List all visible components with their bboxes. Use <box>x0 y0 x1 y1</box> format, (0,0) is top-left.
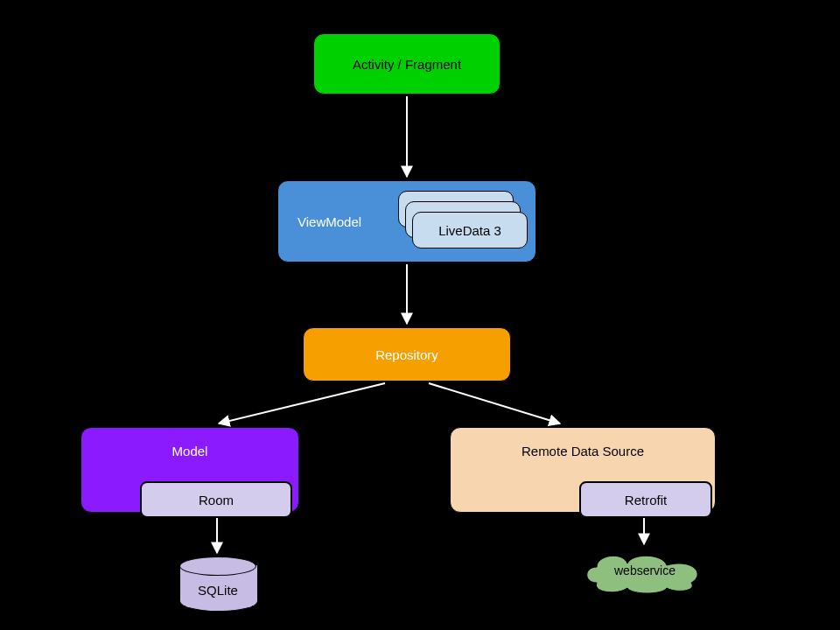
node-repository: Repository <box>303 327 511 382</box>
node-remote-label: Remote Data Source <box>451 444 715 458</box>
node-retrofit-label: Retrofit <box>625 493 667 508</box>
node-webservice: webservice <box>579 548 710 593</box>
node-webservice-label: webservice <box>579 564 710 578</box>
cylinder-top <box>179 556 256 576</box>
node-room: Room <box>140 481 292 518</box>
edge-repository-remote <box>429 383 560 424</box>
node-livedata-label: LiveData 3 <box>438 223 501 238</box>
node-room-label: Room <box>199 493 234 508</box>
node-model-label: Model <box>81 444 298 458</box>
node-activity-label: Activity / Fragment <box>353 57 461 72</box>
node-livedata: LiveData 3 <box>412 212 528 248</box>
node-retrofit: Retrofit <box>579 481 712 518</box>
node-activity: Activity / Fragment <box>313 33 500 94</box>
edges-layer <box>0 0 840 630</box>
node-repository-label: Repository <box>375 347 438 362</box>
edge-repository-model <box>219 383 385 424</box>
node-sqlite: SQLite <box>179 556 256 611</box>
node-sqlite-label: SQLite <box>179 583 256 598</box>
node-viewmodel-label: ViewModel <box>298 214 361 229</box>
